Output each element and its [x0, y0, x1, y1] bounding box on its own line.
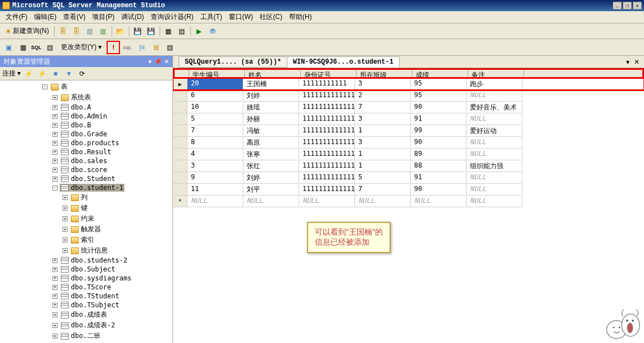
tree-node[interactable]: +dbo.Grade: [0, 130, 172, 139]
expand-icon[interactable]: +: [52, 267, 57, 272]
expand-icon[interactable]: +: [52, 95, 57, 100]
grid-cell[interactable]: NULL: [467, 196, 522, 207]
sql-pane-button[interactable]: SQL: [30, 41, 42, 54]
grid-cell[interactable]: 90: [411, 102, 467, 113]
row-header[interactable]: [173, 102, 188, 113]
row-header[interactable]: [173, 160, 188, 172]
tree-node[interactable]: +dbo.成绩表: [0, 309, 172, 320]
grid-cell[interactable]: 跑步: [467, 78, 522, 90]
row-header[interactable]: [173, 90, 188, 102]
grid-cell[interactable]: 1111111111111...: [299, 113, 355, 125]
grid-cell[interactable]: 1111111111111...: [299, 160, 355, 172]
menu-community[interactable]: 社区(C): [256, 11, 286, 23]
tree-node[interactable]: +dbo.TSubject: [0, 301, 172, 309]
minimize-button[interactable]: _: [613, 2, 622, 9]
grid-cell[interactable]: 1: [355, 149, 411, 160]
tree-node[interactable]: +系统表: [0, 92, 172, 103]
grid-cell[interactable]: 1111111111111...: [299, 149, 355, 160]
table-row[interactable]: 7冯敏1111111111111...199爱好运动: [173, 125, 644, 137]
row-header[interactable]: [173, 137, 188, 149]
tree-node[interactable]: +dbo.students-2: [0, 256, 172, 265]
grid-cell[interactable]: 91: [411, 113, 467, 125]
grid-cell[interactable]: 1: [355, 160, 411, 172]
expand-icon[interactable]: +: [52, 132, 57, 137]
grid-cell[interactable]: 3: [355, 137, 411, 149]
col-class[interactable]: 所在班级: [357, 70, 412, 78]
grid-cell[interactable]: 刘婷: [243, 172, 299, 184]
grid-cell[interactable]: NULL: [467, 172, 522, 184]
row-header[interactable]: [173, 113, 188, 125]
grid-cell[interactable]: 95: [411, 90, 467, 102]
col-name[interactable]: 姓名: [245, 70, 301, 78]
table-row[interactable]: 3张红1111111111111...188组织能力强: [173, 160, 644, 172]
grid-cell[interactable]: 1111111111111...: [299, 90, 355, 102]
grid-cell[interactable]: 89: [411, 149, 467, 160]
grid-cell[interactable]: 20: [188, 78, 243, 90]
expand-icon[interactable]: +: [52, 159, 57, 164]
diagram-pane-button[interactable]: ▣: [2, 41, 15, 54]
grid-cell[interactable]: 1: [355, 125, 411, 137]
add-table-button[interactable]: ⊞: [150, 41, 162, 54]
tab-sqlquery[interactable]: SQLQuery1.... (sa (55))*: [179, 56, 287, 68]
conn-icon-2[interactable]: ⚡: [36, 68, 47, 79]
grid-cell[interactable]: 刘平: [243, 184, 299, 196]
menu-edit[interactable]: 编辑(E): [31, 11, 60, 23]
results-pane-button[interactable]: ▤: [44, 41, 56, 54]
grid-cell[interactable]: 5: [188, 113, 243, 125]
grid-cell[interactable]: 7: [355, 184, 411, 196]
grid-cell[interactable]: 88: [411, 160, 467, 172]
expand-icon[interactable]: +: [52, 177, 57, 182]
tree-node[interactable]: +dbo.sysdiagrams: [0, 274, 172, 283]
table-row[interactable]: 5孙丽1111111111111...391NULL: [173, 113, 644, 125]
col-remark[interactable]: 备注: [468, 70, 524, 78]
pane-pin-icon[interactable]: 📌: [154, 58, 162, 65]
expand-icon[interactable]: +: [52, 105, 57, 110]
grid-cell[interactable]: NULL: [355, 196, 411, 207]
refresh-button[interactable]: ⟳: [76, 68, 88, 79]
grid-cell[interactable]: 11: [188, 184, 243, 196]
tree-node[interactable]: +键: [0, 203, 172, 213]
open-button[interactable]: 📂: [114, 25, 127, 37]
grid-cell[interactable]: 99: [411, 125, 467, 137]
expand-icon[interactable]: +: [52, 258, 57, 263]
grid-cell[interactable]: 3: [355, 113, 411, 125]
grid-cell[interactable]: 7: [355, 102, 411, 113]
grid-cell[interactable]: 张红: [243, 160, 299, 172]
grid-cell[interactable]: 爱好运动: [467, 125, 522, 137]
grid-cell[interactable]: 1111111111111...: [299, 125, 355, 137]
tree-node[interactable]: +dbo.B: [0, 121, 172, 130]
grid-cell[interactable]: 1111111111111...: [299, 137, 355, 149]
tree-node[interactable]: -dbo.student-1: [0, 183, 172, 192]
grid-cell[interactable]: 90: [411, 137, 467, 149]
table-row[interactable]: 4张寒1111111111111...189NULL: [173, 149, 644, 160]
registered-button[interactable]: ⛃: [206, 25, 219, 37]
expand-icon[interactable]: +: [63, 237, 68, 242]
grid-cell[interactable]: NULL: [467, 113, 522, 125]
grid-cell[interactable]: 刘婷: [243, 90, 299, 102]
col-score[interactable]: 成绩: [412, 70, 468, 78]
grid-cell[interactable]: NULL: [411, 196, 467, 207]
expand-icon[interactable]: +: [52, 114, 57, 119]
expand-icon[interactable]: +: [52, 334, 57, 339]
col-student-id[interactable]: 学生编号: [189, 70, 245, 78]
row-header[interactable]: ▶: [173, 78, 188, 90]
expand-icon[interactable]: +: [52, 141, 57, 146]
tree-node[interactable]: +dbo.TStudent: [0, 292, 172, 301]
grid-cell[interactable]: 张寒: [243, 149, 299, 160]
funnel-icon[interactable]: ▼: [63, 68, 74, 79]
table-row[interactable]: *NULLNULLNULLNULLNULLNULL: [173, 196, 644, 207]
expand-icon[interactable]: +: [52, 303, 57, 308]
tree-node[interactable]: +dbo.Student: [0, 174, 172, 183]
row-header[interactable]: [173, 125, 188, 137]
table-row[interactable]: ▶20王国楠11111111111395跑步: [173, 78, 644, 90]
sort-asc-button[interactable]: |≡: [136, 41, 148, 54]
new-query-button[interactable]: ✶ 新建查询(N): [2, 25, 52, 37]
row-header[interactable]: *: [173, 196, 188, 207]
grid-pane-button[interactable]: ▦: [17, 41, 29, 54]
execute-button-highlighted[interactable]: !: [107, 41, 120, 54]
grid-cell[interactable]: NULL: [467, 90, 522, 102]
add-derived-button[interactable]: ▤: [164, 41, 176, 54]
table-row[interactable]: 8高原1111111111111...390NULL: [173, 137, 644, 149]
tree-node[interactable]: +dbo.Admin: [0, 112, 172, 121]
table-row[interactable]: 6刘婷1111111111111...295NULL: [173, 90, 644, 102]
